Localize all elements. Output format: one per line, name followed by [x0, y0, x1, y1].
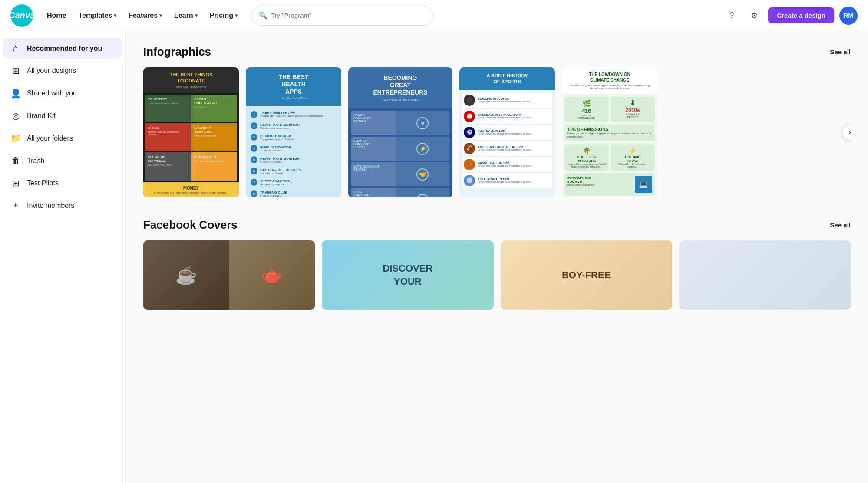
sidebar-item-shared[interactable]: 👤 Shared with you	[3, 83, 122, 104]
sidebar-item-folders[interactable]: 📁 All your folders	[3, 128, 122, 149]
facebook-cover-card-2[interactable]: DISCOVER YOUR	[322, 240, 493, 310]
sidebar-label-shared: Shared with you	[27, 89, 77, 97]
sidebar-item-recommended[interactable]: ⌂ Recommended for you	[3, 38, 122, 59]
search-input[interactable]	[271, 12, 426, 19]
grid-icon: ⊞	[10, 66, 21, 76]
sidebar-item-invite[interactable]: + Invite members	[3, 195, 122, 216]
infographics-title: Infographics	[143, 45, 211, 59]
main-layout: ⌂ Recommended for you ⊞ All your designs…	[0, 31, 868, 483]
canva-logo[interactable]: Canva	[10, 4, 33, 27]
home-icon: ⌂	[10, 43, 21, 53]
infographics-cards-row: THE BEST THINGSTO DONATE after a natural…	[143, 67, 851, 197]
infographic-card-2[interactable]: THE BESTHEALTHAPPS — by Stephanie Porter…	[246, 67, 341, 197]
test-pilots-icon: ⊞	[10, 178, 21, 188]
sidebar-label-brand-kit: Brand Kit	[27, 112, 56, 120]
sidebar-label-test-pilots: Test Pilots	[27, 179, 59, 187]
sidebar-item-trash[interactable]: 🗑 Trash	[3, 151, 122, 171]
templates-chevron-icon: ▾	[114, 13, 116, 19]
infographics-header: Infographics See all	[143, 45, 851, 59]
plus-icon: +	[10, 200, 21, 210]
avatar[interactable]: RM	[839, 7, 858, 25]
help-button[interactable]: ?	[723, 7, 740, 24]
nav-templates[interactable]: Templates ▾	[73, 8, 122, 23]
folder-icon: 📁	[10, 133, 21, 144]
sidebar: ⌂ Recommended for you ⊞ All your designs…	[0, 31, 126, 483]
infographic-card-5[interactable]: THE LOWDOWN ONCLIMATE CHANGE Climate cha…	[562, 67, 657, 197]
search-bar: 🔍	[251, 6, 434, 26]
nav-features[interactable]: Features ▾	[123, 8, 167, 23]
carousel-next-button[interactable]: ›	[842, 125, 851, 140]
sidebar-label-folders: All your folders	[27, 135, 73, 142]
pricing-chevron-icon: ▾	[235, 13, 238, 19]
learn-chevron-icon: ▾	[195, 13, 198, 19]
features-chevron-icon: ▾	[159, 13, 162, 19]
sidebar-item-test-pilots[interactable]: ⊞ Test Pilots	[3, 173, 122, 194]
infographic-card-1[interactable]: THE BEST THINGSTO DONATE after a natural…	[143, 67, 239, 197]
sidebar-label-invite: Invite members	[27, 202, 74, 210]
sidebar-item-brand-kit[interactable]: ◎ Brand Kit	[3, 105, 122, 126]
facebook-cover-card-4[interactable]	[679, 240, 851, 310]
facebook-cover-card-1[interactable]: ☕ 🫖	[143, 240, 315, 310]
nav-home[interactable]: Home	[42, 8, 71, 23]
main-content: Infographics See all THE BEST THINGSTO D…	[126, 31, 868, 483]
infographic-card-3[interactable]: BECOMINGGREATENTREPRENEURS Top Traits of…	[348, 67, 452, 197]
nav-pricing[interactable]: Pricing ▾	[205, 8, 243, 23]
nav-learn[interactable]: Learn ▾	[169, 8, 203, 23]
logo-text: Canva	[9, 10, 35, 20]
sidebar-label-recommended: Recommended for you	[27, 45, 102, 53]
settings-button[interactable]: ⚙	[746, 7, 763, 24]
facebook-covers-title: Facebook Covers	[143, 218, 238, 232]
facebook-covers-row: ☕ 🫖 DISCOVER YOUR BOY-	[143, 240, 851, 310]
infographics-section: Infographics See all THE BEST THINGSTO D…	[143, 45, 851, 197]
shared-icon: 👤	[10, 88, 21, 99]
facebook-covers-section: Facebook Covers See all ☕ 🫖	[143, 218, 851, 310]
infographics-see-all[interactable]: See all	[830, 48, 851, 56]
sidebar-label-all-designs: All your designs	[27, 67, 76, 75]
facebook-covers-see-all[interactable]: See all	[830, 221, 851, 229]
create-design-button[interactable]: Create a design	[768, 7, 834, 23]
trash-icon: 🗑	[10, 156, 21, 166]
sidebar-item-all-designs[interactable]: ⊞ All your designs	[3, 60, 122, 81]
facebook-covers-header: Facebook Covers See all	[143, 218, 851, 232]
infographic-card-4[interactable]: A BRIEF HISTORYOF SPORTS ⚫ BOWLING IN 32…	[459, 67, 555, 197]
facebook-cover-card-3[interactable]: BOY-FREE	[501, 240, 672, 310]
search-icon: 🔍	[259, 11, 267, 20]
sidebar-label-trash: Trash	[27, 157, 44, 165]
nav-right: ? ⚙ Create a design RM	[723, 7, 858, 25]
topnav: Canva Home Templates ▾ Features ▾ Learn …	[0, 0, 868, 31]
brand-icon: ◎	[10, 111, 21, 121]
